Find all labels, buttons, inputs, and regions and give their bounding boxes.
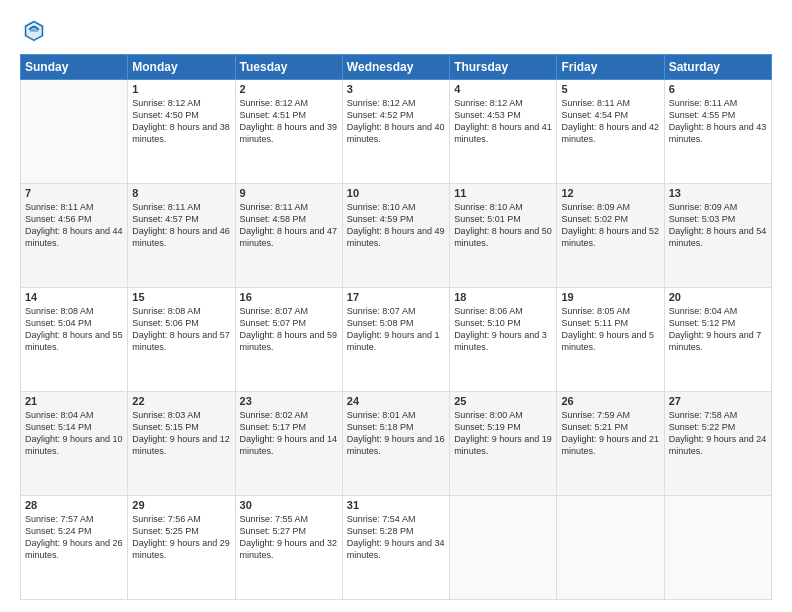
calendar-cell: 8Sunrise: 8:11 AMSunset: 4:57 PMDaylight…	[128, 184, 235, 288]
cell-content: Sunrise: 8:12 AMSunset: 4:51 PMDaylight:…	[240, 97, 338, 146]
calendar-week-4: 21Sunrise: 8:04 AMSunset: 5:14 PMDayligh…	[21, 392, 772, 496]
day-number: 20	[669, 291, 767, 303]
calendar-cell: 9Sunrise: 8:11 AMSunset: 4:58 PMDaylight…	[235, 184, 342, 288]
calendar-cell: 3Sunrise: 8:12 AMSunset: 4:52 PMDaylight…	[342, 80, 449, 184]
cell-content: Sunrise: 8:09 AMSunset: 5:02 PMDaylight:…	[561, 201, 659, 250]
cell-content: Sunrise: 8:02 AMSunset: 5:17 PMDaylight:…	[240, 409, 338, 458]
day-number: 26	[561, 395, 659, 407]
cell-content: Sunrise: 8:08 AMSunset: 5:04 PMDaylight:…	[25, 305, 123, 354]
calendar-cell	[450, 496, 557, 600]
weekday-header-sunday: Sunday	[21, 55, 128, 80]
calendar-cell: 21Sunrise: 8:04 AMSunset: 5:14 PMDayligh…	[21, 392, 128, 496]
weekday-header-tuesday: Tuesday	[235, 55, 342, 80]
day-number: 4	[454, 83, 552, 95]
calendar-cell: 18Sunrise: 8:06 AMSunset: 5:10 PMDayligh…	[450, 288, 557, 392]
calendar-cell: 16Sunrise: 8:07 AMSunset: 5:07 PMDayligh…	[235, 288, 342, 392]
day-number: 31	[347, 499, 445, 511]
cell-content: Sunrise: 8:04 AMSunset: 5:12 PMDaylight:…	[669, 305, 767, 354]
cell-content: Sunrise: 8:12 AMSunset: 4:53 PMDaylight:…	[454, 97, 552, 146]
logo-icon	[20, 16, 48, 44]
day-number: 7	[25, 187, 123, 199]
calendar-cell: 25Sunrise: 8:00 AMSunset: 5:19 PMDayligh…	[450, 392, 557, 496]
cell-content: Sunrise: 8:11 AMSunset: 4:57 PMDaylight:…	[132, 201, 230, 250]
cell-content: Sunrise: 8:09 AMSunset: 5:03 PMDaylight:…	[669, 201, 767, 250]
calendar-cell: 7Sunrise: 8:11 AMSunset: 4:56 PMDaylight…	[21, 184, 128, 288]
weekday-header-saturday: Saturday	[664, 55, 771, 80]
cell-content: Sunrise: 7:57 AMSunset: 5:24 PMDaylight:…	[25, 513, 123, 562]
cell-content: Sunrise: 8:00 AMSunset: 5:19 PMDaylight:…	[454, 409, 552, 458]
calendar-cell: 13Sunrise: 8:09 AMSunset: 5:03 PMDayligh…	[664, 184, 771, 288]
day-number: 15	[132, 291, 230, 303]
day-number: 14	[25, 291, 123, 303]
calendar-cell: 14Sunrise: 8:08 AMSunset: 5:04 PMDayligh…	[21, 288, 128, 392]
calendar-cell: 5Sunrise: 8:11 AMSunset: 4:54 PMDaylight…	[557, 80, 664, 184]
weekday-header-friday: Friday	[557, 55, 664, 80]
cell-content: Sunrise: 8:10 AMSunset: 5:01 PMDaylight:…	[454, 201, 552, 250]
cell-content: Sunrise: 7:58 AMSunset: 5:22 PMDaylight:…	[669, 409, 767, 458]
day-number: 24	[347, 395, 445, 407]
day-number: 17	[347, 291, 445, 303]
calendar-cell: 24Sunrise: 8:01 AMSunset: 5:18 PMDayligh…	[342, 392, 449, 496]
calendar-cell: 10Sunrise: 8:10 AMSunset: 4:59 PMDayligh…	[342, 184, 449, 288]
day-number: 29	[132, 499, 230, 511]
cell-content: Sunrise: 8:05 AMSunset: 5:11 PMDaylight:…	[561, 305, 659, 354]
cell-content: Sunrise: 8:11 AMSunset: 4:54 PMDaylight:…	[561, 97, 659, 146]
day-number: 21	[25, 395, 123, 407]
calendar-cell: 2Sunrise: 8:12 AMSunset: 4:51 PMDaylight…	[235, 80, 342, 184]
day-number: 9	[240, 187, 338, 199]
day-number: 28	[25, 499, 123, 511]
cell-content: Sunrise: 8:07 AMSunset: 5:08 PMDaylight:…	[347, 305, 445, 354]
day-number: 18	[454, 291, 552, 303]
page: SundayMondayTuesdayWednesdayThursdayFrid…	[0, 0, 792, 612]
day-number: 8	[132, 187, 230, 199]
calendar-cell: 6Sunrise: 8:11 AMSunset: 4:55 PMDaylight…	[664, 80, 771, 184]
calendar-week-5: 28Sunrise: 7:57 AMSunset: 5:24 PMDayligh…	[21, 496, 772, 600]
day-number: 10	[347, 187, 445, 199]
day-number: 5	[561, 83, 659, 95]
calendar-week-1: 1Sunrise: 8:12 AMSunset: 4:50 PMDaylight…	[21, 80, 772, 184]
cell-content: Sunrise: 8:06 AMSunset: 5:10 PMDaylight:…	[454, 305, 552, 354]
calendar-cell: 31Sunrise: 7:54 AMSunset: 5:28 PMDayligh…	[342, 496, 449, 600]
cell-content: Sunrise: 8:07 AMSunset: 5:07 PMDaylight:…	[240, 305, 338, 354]
day-number: 11	[454, 187, 552, 199]
calendar-header: SundayMondayTuesdayWednesdayThursdayFrid…	[21, 55, 772, 80]
cell-content: Sunrise: 8:03 AMSunset: 5:15 PMDaylight:…	[132, 409, 230, 458]
calendar-cell: 22Sunrise: 8:03 AMSunset: 5:15 PMDayligh…	[128, 392, 235, 496]
calendar-week-2: 7Sunrise: 8:11 AMSunset: 4:56 PMDaylight…	[21, 184, 772, 288]
day-number: 16	[240, 291, 338, 303]
cell-content: Sunrise: 8:04 AMSunset: 5:14 PMDaylight:…	[25, 409, 123, 458]
calendar-cell: 19Sunrise: 8:05 AMSunset: 5:11 PMDayligh…	[557, 288, 664, 392]
day-number: 23	[240, 395, 338, 407]
header	[20, 16, 772, 44]
day-number: 3	[347, 83, 445, 95]
day-number: 2	[240, 83, 338, 95]
calendar-cell: 26Sunrise: 7:59 AMSunset: 5:21 PMDayligh…	[557, 392, 664, 496]
cell-content: Sunrise: 7:56 AMSunset: 5:25 PMDaylight:…	[132, 513, 230, 562]
calendar-cell: 27Sunrise: 7:58 AMSunset: 5:22 PMDayligh…	[664, 392, 771, 496]
cell-content: Sunrise: 8:11 AMSunset: 4:56 PMDaylight:…	[25, 201, 123, 250]
weekday-header-row: SundayMondayTuesdayWednesdayThursdayFrid…	[21, 55, 772, 80]
weekday-header-thursday: Thursday	[450, 55, 557, 80]
calendar-cell: 4Sunrise: 8:12 AMSunset: 4:53 PMDaylight…	[450, 80, 557, 184]
calendar-cell: 23Sunrise: 8:02 AMSunset: 5:17 PMDayligh…	[235, 392, 342, 496]
logo	[20, 16, 52, 44]
cell-content: Sunrise: 8:12 AMSunset: 4:50 PMDaylight:…	[132, 97, 230, 146]
cell-content: Sunrise: 7:59 AMSunset: 5:21 PMDaylight:…	[561, 409, 659, 458]
day-number: 25	[454, 395, 552, 407]
calendar-cell: 15Sunrise: 8:08 AMSunset: 5:06 PMDayligh…	[128, 288, 235, 392]
calendar-cell	[557, 496, 664, 600]
cell-content: Sunrise: 7:54 AMSunset: 5:28 PMDaylight:…	[347, 513, 445, 562]
cell-content: Sunrise: 8:08 AMSunset: 5:06 PMDaylight:…	[132, 305, 230, 354]
calendar-cell: 28Sunrise: 7:57 AMSunset: 5:24 PMDayligh…	[21, 496, 128, 600]
weekday-header-wednesday: Wednesday	[342, 55, 449, 80]
cell-content: Sunrise: 8:01 AMSunset: 5:18 PMDaylight:…	[347, 409, 445, 458]
calendar-week-3: 14Sunrise: 8:08 AMSunset: 5:04 PMDayligh…	[21, 288, 772, 392]
calendar-cell: 20Sunrise: 8:04 AMSunset: 5:12 PMDayligh…	[664, 288, 771, 392]
day-number: 6	[669, 83, 767, 95]
cell-content: Sunrise: 8:12 AMSunset: 4:52 PMDaylight:…	[347, 97, 445, 146]
calendar-table: SundayMondayTuesdayWednesdayThursdayFrid…	[20, 54, 772, 600]
calendar-cell: 12Sunrise: 8:09 AMSunset: 5:02 PMDayligh…	[557, 184, 664, 288]
calendar-cell: 11Sunrise: 8:10 AMSunset: 5:01 PMDayligh…	[450, 184, 557, 288]
day-number: 13	[669, 187, 767, 199]
day-number: 1	[132, 83, 230, 95]
